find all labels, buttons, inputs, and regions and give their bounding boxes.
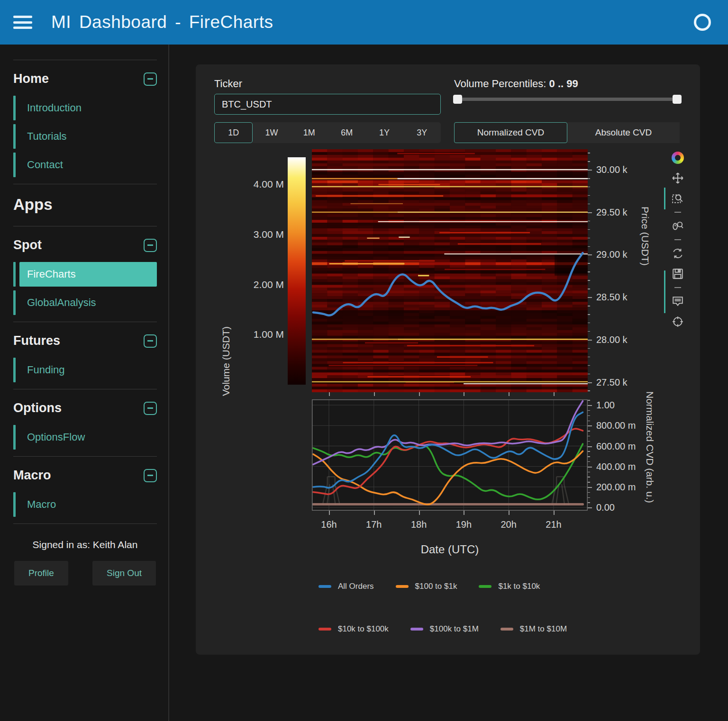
sidebar-section-home: Home xyxy=(13,67,157,92)
slider-handle-low[interactable] xyxy=(453,95,462,104)
price-tick-label: 28.50 k xyxy=(596,292,628,303)
cvd-mode-toggle: Normalized CVDAbsolute CVD xyxy=(454,122,680,143)
collapse-icon[interactable] xyxy=(144,402,157,415)
bokeh-logo-icon[interactable] xyxy=(671,151,685,165)
x-axis-title: Date (UTC) xyxy=(312,543,588,556)
collapse-icon[interactable] xyxy=(144,334,157,348)
cvd-tick-label: 400.00 m xyxy=(596,461,636,472)
cvd-x-tick xyxy=(509,511,510,515)
cvd-tick-label: 800.00 m xyxy=(596,420,636,431)
sidebar-heading-apps: Apps xyxy=(13,191,157,219)
price-tick xyxy=(588,365,590,366)
legend-swatch xyxy=(318,585,331,588)
price-tick xyxy=(588,271,590,272)
toolbar-separator xyxy=(674,212,681,213)
active-tool-bar xyxy=(664,270,665,313)
sidebar-item-funding[interactable]: Funding xyxy=(13,358,157,382)
collapse-icon[interactable] xyxy=(144,239,157,252)
ticker-label: Ticker xyxy=(214,78,242,90)
sidebar-divider xyxy=(13,456,157,457)
volume-percentile-slider[interactable] xyxy=(454,98,681,101)
cvd-mode-absolute-cvd[interactable]: Absolute CVD xyxy=(567,122,680,143)
box-zoom-icon[interactable] xyxy=(671,191,685,206)
sidebar-divider xyxy=(13,226,157,226)
cvd-x-tick xyxy=(419,511,420,515)
price-tick xyxy=(588,340,592,341)
sign-out-button[interactable]: Sign Out xyxy=(92,561,156,586)
legend-row-2: $10k to $100k$100k to $1M$1M to $10M xyxy=(318,624,567,634)
circle-indicator-icon xyxy=(694,14,711,31)
sidebar-divider xyxy=(13,523,157,524)
cvd-tick xyxy=(588,492,590,493)
legend-swatch xyxy=(410,628,423,631)
legend-swatch xyxy=(500,628,513,631)
colorbar-axis-label: Volume (USDT) xyxy=(220,282,232,396)
cvd-tick xyxy=(588,421,590,422)
wheel-zoom-icon[interactable] xyxy=(671,219,685,233)
range-button-6m[interactable]: 6M xyxy=(328,122,365,143)
ticker-input[interactable]: BTC_USDT xyxy=(214,94,441,115)
cvd-tick xyxy=(588,405,592,406)
save-icon[interactable] xyxy=(671,267,685,281)
range-button-1y[interactable]: 1Y xyxy=(365,122,403,143)
hamburger-menu-icon[interactable] xyxy=(13,16,32,29)
sidebar-section-title: Home xyxy=(13,72,49,86)
sidebar-section-spot: Spot xyxy=(13,233,157,258)
collapse-icon[interactable] xyxy=(144,469,157,482)
price-axis: 30.00 k29.50 k29.00 k28.50 k28.00 k27.50… xyxy=(588,149,645,392)
crosshair-icon[interactable] xyxy=(671,315,685,329)
collapse-icon[interactable] xyxy=(144,72,157,86)
price-tick xyxy=(588,153,590,153)
heatmap-x-tick xyxy=(464,392,464,396)
range-button-1w[interactable]: 1W xyxy=(253,122,290,143)
sidebar-item-firecharts[interactable]: FireCharts xyxy=(13,262,157,287)
sidebar-item-label: OptionsFlow xyxy=(19,425,157,450)
toolbar-separator xyxy=(674,239,681,240)
item-accent-bar xyxy=(13,96,16,120)
legend-label: $1M to $10M xyxy=(520,624,567,634)
cvd-tick xyxy=(588,497,590,498)
sidebar-item-contact[interactable]: Contact xyxy=(13,153,157,177)
range-button-1m[interactable]: 1M xyxy=(291,122,328,143)
heatmap-x-tick xyxy=(554,392,555,396)
heatmap-plot[interactable] xyxy=(312,149,588,392)
profile-button[interactable]: Profile xyxy=(14,561,68,586)
sidebar-item-tutorials[interactable]: Tutorials xyxy=(13,124,157,149)
sidebar-item-globalanalysis[interactable]: GlobalAnalysis xyxy=(13,290,157,315)
sidebar-divider xyxy=(13,389,157,389)
cvd-tick xyxy=(588,456,590,457)
cvd-tick-label: 200.00 m xyxy=(596,481,636,492)
price-tick-label: 30.00 k xyxy=(596,164,628,175)
cvd-tick xyxy=(588,451,590,452)
sidebar-item-introduction[interactable]: Introduction xyxy=(13,96,157,120)
cvd-tick xyxy=(588,441,590,442)
x-tick-label: 21h xyxy=(546,519,561,530)
sidebar-item-macro[interactable]: Macro xyxy=(13,492,157,517)
cvd-x-tick xyxy=(554,511,555,515)
pan-icon[interactable] xyxy=(671,171,685,185)
price-tick xyxy=(588,212,592,213)
reset-icon[interactable] xyxy=(671,246,685,261)
legend-label: $100k to $1M xyxy=(430,624,479,634)
cvd-tick xyxy=(588,425,592,426)
cvd-axis: 1.00800.00 m600.00 m400.00 m200.00 m0.00 xyxy=(588,399,649,511)
range-button-1d[interactable]: 1D xyxy=(214,122,253,143)
logo-ring xyxy=(672,152,684,164)
x-tick-label: 18h xyxy=(411,519,427,530)
sidebar-item-optionsflow[interactable]: OptionsFlow xyxy=(13,425,157,450)
price-tick xyxy=(588,382,592,383)
price-tick xyxy=(588,323,590,324)
price-tick xyxy=(588,170,592,171)
hover-icon[interactable] xyxy=(671,294,685,308)
heatmap-x-tick xyxy=(374,392,375,396)
range-button-3y[interactable]: 3Y xyxy=(403,122,441,143)
price-tick xyxy=(588,288,590,289)
cvd-tick xyxy=(588,472,590,473)
price-tick xyxy=(588,195,590,196)
cvd-mode-normalized-cvd[interactable]: Normalized CVD xyxy=(454,122,567,143)
item-accent-bar xyxy=(13,153,16,177)
slider-handle-high[interactable] xyxy=(673,95,682,104)
cvd-plot[interactable] xyxy=(312,399,588,511)
heatmap-x-tick xyxy=(419,392,420,396)
sidebar-item-label: Introduction xyxy=(19,96,157,120)
